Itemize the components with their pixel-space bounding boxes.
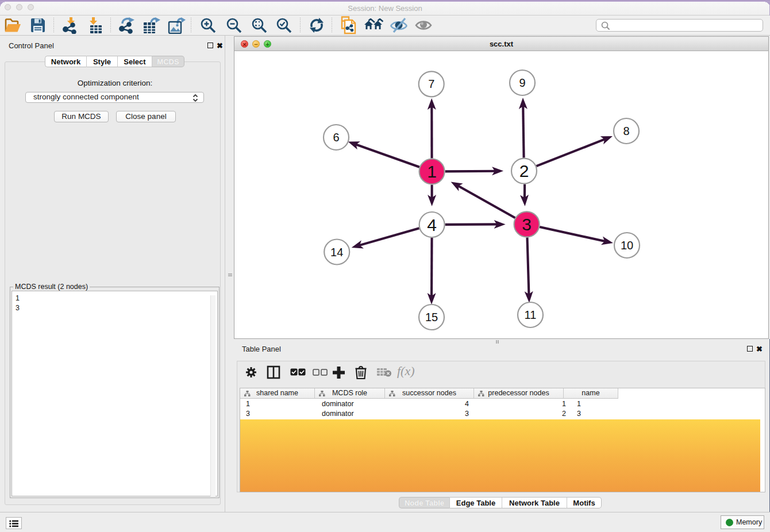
svg-text:8: 8: [623, 125, 629, 137]
svg-text:14: 14: [330, 246, 343, 259]
svg-text:11: 11: [525, 309, 537, 321]
svg-text:4: 4: [427, 215, 437, 234]
svg-text:6: 6: [333, 131, 339, 144]
svg-text:2: 2: [519, 161, 529, 180]
svg-text:10: 10: [621, 239, 633, 252]
svg-text:3: 3: [522, 215, 532, 234]
svg-text:15: 15: [425, 311, 438, 323]
svg-text:1: 1: [427, 162, 437, 181]
svg-text:9: 9: [519, 76, 525, 89]
svg-text:7: 7: [428, 78, 434, 90]
